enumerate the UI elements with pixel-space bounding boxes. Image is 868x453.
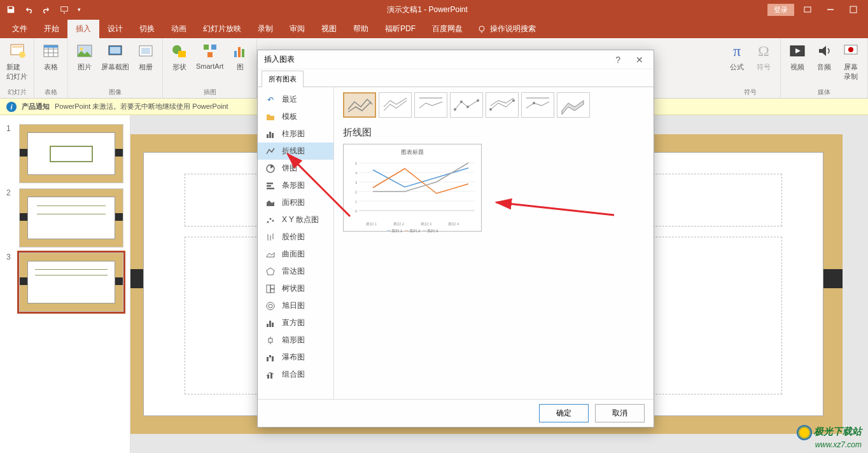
cat-sunburst[interactable]: 旭日图: [258, 297, 333, 314]
dialog-tab-all-charts[interactable]: 所有图表: [262, 71, 304, 87]
svg-point-39: [267, 221, 269, 223]
cat-column[interactable]: 柱形图: [258, 125, 333, 143]
tab-file[interactable]: 文件: [4, 20, 36, 38]
tab-home[interactable]: 开始: [36, 20, 67, 38]
svg-point-40: [270, 218, 272, 220]
tab-baidu[interactable]: 百度网盘: [424, 20, 471, 38]
undo-icon[interactable]: [24, 5, 33, 14]
tab-transitions[interactable]: 切换: [131, 20, 163, 38]
slide-number: 3: [6, 253, 14, 312]
surface-chart-icon: [265, 249, 276, 260]
svg-rect-57: [267, 357, 269, 361]
cat-line[interactable]: 折线图: [258, 143, 333, 160]
cat-boxwhisker[interactable]: 箱形图: [258, 331, 333, 349]
svg-rect-58: [269, 355, 271, 358]
screenshot-button[interactable]: 屏幕截图: [101, 41, 129, 72]
slide-thumbnail-2[interactable]: [19, 188, 123, 247]
tell-me-search[interactable]: 操作说明搜索: [477, 24, 536, 38]
cat-combo[interactable]: 组合图: [258, 366, 333, 383]
ok-button[interactable]: 确定: [539, 404, 589, 422]
picture-icon: [74, 41, 95, 61]
waterfall-chart-icon: [265, 352, 276, 363]
subtype-line[interactable]: [343, 92, 376, 118]
cat-pie[interactable]: 饼图: [258, 160, 333, 177]
svg-rect-7: [12, 46, 22, 48]
cat-radar[interactable]: 雷达图: [258, 263, 333, 280]
cat-surface[interactable]: 曲面图: [258, 246, 333, 263]
qat-more-icon[interactable]: ▾: [78, 6, 81, 13]
tab-help[interactable]: 帮助: [345, 20, 377, 38]
svg-rect-59: [272, 356, 274, 361]
treemap-chart-icon: [265, 284, 276, 294]
chart-type-label: 折线图: [343, 127, 645, 139]
cat-area[interactable]: 面积图: [258, 194, 333, 211]
smartart-button[interactable]: SmartArt: [196, 41, 223, 72]
picture-button[interactable]: 图片: [74, 41, 95, 72]
save-icon[interactable]: [6, 5, 15, 14]
dialog-help-icon[interactable]: ?: [612, 53, 624, 66]
combo-chart-icon: [265, 370, 276, 380]
subtype-line-markers[interactable]: [450, 92, 483, 118]
cat-treemap[interactable]: 树状图: [258, 280, 333, 297]
slide-thumbnail-3[interactable]: [19, 253, 123, 312]
svg-text:3: 3: [355, 181, 358, 185]
svg-point-66: [477, 99, 479, 102]
tab-slideshow[interactable]: 幻灯片放映: [195, 20, 249, 38]
cat-bar[interactable]: 条形图: [258, 177, 333, 194]
audio-button[interactable]: 音频: [814, 41, 834, 81]
shapes-button[interactable]: 形状: [169, 41, 190, 72]
symbol-icon: Ω: [753, 41, 774, 61]
svg-point-4: [479, 26, 484, 31]
chart-button[interactable]: 图: [230, 41, 250, 72]
svg-point-65: [466, 106, 469, 108]
boxwhisker-chart-icon: [265, 335, 276, 345]
cat-histogram[interactable]: 直方图: [258, 314, 333, 331]
tab-review[interactable]: 审阅: [281, 20, 313, 38]
video-button[interactable]: 视频: [787, 41, 808, 81]
ribbon-tabs: 文件 开始 插入 设计 切换 动画 幻灯片放映 录制 审阅 视图 帮助 福昕PD…: [0, 19, 868, 38]
tab-record[interactable]: 录制: [249, 20, 281, 38]
login-button[interactable]: 登录: [767, 4, 794, 16]
svg-rect-1: [804, 7, 811, 12]
tab-design[interactable]: 设计: [99, 20, 131, 38]
dialog-close-icon[interactable]: ✕: [632, 53, 647, 66]
tab-foxit[interactable]: 福昕PDF: [377, 20, 424, 38]
tab-view[interactable]: 视图: [313, 20, 345, 38]
group-illustrations: 插图: [204, 87, 216, 97]
redo-icon[interactable]: [42, 5, 51, 14]
svg-point-49: [267, 302, 274, 310]
start-slideshow-icon[interactable]: [60, 5, 69, 14]
slide-thumbnail-1[interactable]: [19, 124, 123, 183]
svg-rect-47: [270, 285, 274, 289]
line-chart-icon: [265, 146, 276, 157]
svg-rect-36: [267, 183, 273, 185]
maximize-icon[interactable]: [844, 3, 863, 17]
symbol-button[interactable]: Ω符号: [753, 41, 774, 72]
table-button[interactable]: 表格: [41, 41, 61, 72]
minimize-icon[interactable]: [821, 3, 840, 17]
slide-panel[interactable]: 1 2 3: [0, 115, 130, 453]
subtype-3d-line[interactable]: [557, 92, 590, 118]
cancel-button[interactable]: 取消: [595, 404, 645, 422]
sunburst-chart-icon: [265, 301, 276, 311]
new-slide-button[interactable]: 新建 幻灯片: [6, 41, 27, 81]
chart-preview[interactable]: 图表标题 01 23 45 类别 1类别 2 类别 3类别 4: [343, 144, 482, 232]
cat-waterfall[interactable]: 瀑布图: [258, 349, 333, 366]
subtype-stacked-line[interactable]: [379, 92, 412, 118]
subtype-stacked-line-markers[interactable]: [486, 92, 519, 118]
album-button[interactable]: 相册: [136, 41, 156, 72]
cat-recent[interactable]: ↶最近: [258, 91, 333, 108]
equation-button[interactable]: π公式: [727, 41, 747, 72]
cat-stock[interactable]: 股价图: [258, 228, 333, 246]
screen-recording-button[interactable]: 屏幕 录制: [841, 41, 861, 81]
ribbon-display-icon[interactable]: [798, 3, 817, 17]
subtype-100-stacked-line-markers[interactable]: [521, 92, 554, 118]
svg-point-63: [454, 108, 456, 111]
subtype-100-stacked-line[interactable]: [414, 92, 447, 118]
tab-animations[interactable]: 动画: [163, 20, 195, 38]
cat-template[interactable]: 模板: [258, 108, 333, 125]
cat-xy[interactable]: X Y 散点图: [258, 211, 333, 228]
svg-rect-61: [270, 373, 272, 379]
tab-insert[interactable]: 插入: [67, 20, 99, 38]
svg-point-68: [512, 99, 515, 102]
